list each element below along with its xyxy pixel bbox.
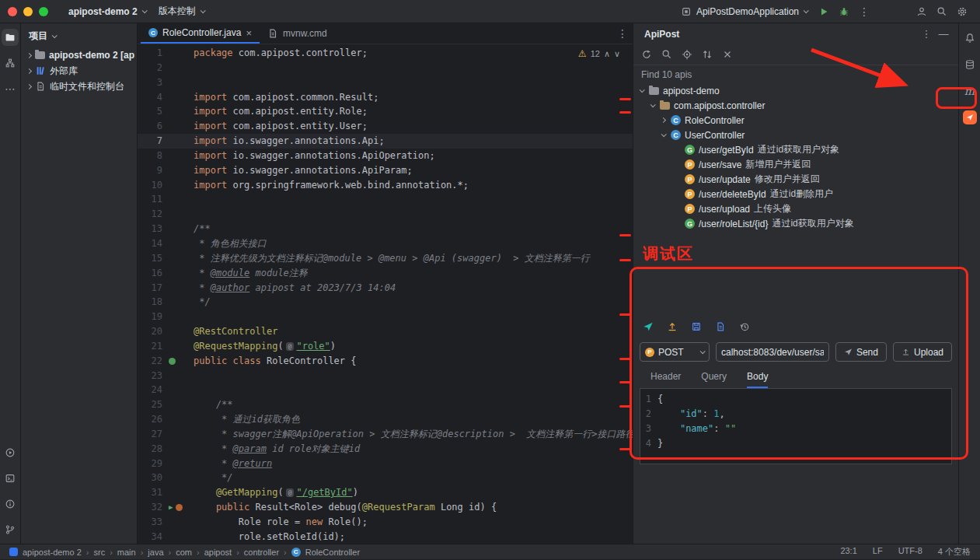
panel-options-icon[interactable]: ⋮ xyxy=(918,28,935,40)
code-line-13[interactable]: 13/** xyxy=(138,222,633,236)
code-line-22[interactable]: 22public class RoleController { xyxy=(138,354,633,369)
code-line-30[interactable]: 30 */ xyxy=(138,471,633,485)
code-line-4[interactable]: 4import com.apipost.common.Result; xyxy=(138,90,633,105)
api-tree-item[interactable]: CRoleController xyxy=(633,113,958,128)
structure-toolwindow-button[interactable] xyxy=(2,54,19,72)
debug-button[interactable] xyxy=(834,2,854,21)
code-line-14[interactable]: 14 * 角色相关接口 xyxy=(138,236,633,251)
api-tree-item[interactable]: P/user/update修改用户并返回 xyxy=(633,172,958,187)
indent-setting[interactable]: 4 个空格 xyxy=(938,546,971,558)
code-line-7[interactable]: 7import io.swagger.annotations.Api; xyxy=(138,134,633,149)
apipost-toolwindow-button[interactable] xyxy=(961,109,978,126)
code-line-6[interactable]: 6import com.apipost.entity.User; xyxy=(138,119,633,134)
class-marker-icon[interactable] xyxy=(169,358,176,365)
breadcrumb-item[interactable]: src xyxy=(94,548,106,557)
locate-icon[interactable] xyxy=(682,49,692,60)
breadcrumb-item[interactable]: java xyxy=(148,548,163,557)
api-tree-item[interactable]: G/user/getById通过id获取用户对象 xyxy=(633,142,958,157)
notifications-button[interactable] xyxy=(961,30,978,47)
expand-collapse-icon[interactable] xyxy=(702,49,713,60)
code-line-16[interactable]: 16 * @module module注释 xyxy=(138,266,633,281)
tab-header[interactable]: Header xyxy=(650,371,681,388)
code-line-23[interactable]: 23 xyxy=(138,369,633,383)
problems-toolwindow-button[interactable] xyxy=(2,495,19,513)
history-icon[interactable] xyxy=(739,321,750,332)
search-everywhere-button[interactable] xyxy=(932,2,952,21)
caret-position[interactable]: 23:1 xyxy=(840,546,856,558)
code-line-21[interactable]: 21@RequestMapping(@"role") xyxy=(138,339,633,354)
search-icon[interactable] xyxy=(661,49,672,60)
line-separator[interactable]: LF xyxy=(873,546,883,558)
code-line-10[interactable]: 10import org.springframework.web.bind.an… xyxy=(138,178,633,193)
code-line-32[interactable]: 32▶ public Result<Role> debug(@RequestPa… xyxy=(138,500,633,515)
project-toolwindow-button[interactable] xyxy=(2,29,19,46)
terminal-toolwindow-button[interactable] xyxy=(2,470,19,487)
code-line-33[interactable]: 33 Role role = new Role(); xyxy=(138,515,633,530)
url-input[interactable] xyxy=(716,342,829,362)
chevron-down-icon[interactable] xyxy=(650,102,656,107)
code-line-5[interactable]: 5import com.apipost.entity.Role; xyxy=(138,104,633,119)
code-line-9[interactable]: 9import io.swagger.annotations.ApiParam; xyxy=(138,163,633,178)
body-line-3[interactable]: 3 "name": "" xyxy=(640,422,951,436)
api-tree-item[interactable]: com.apipost.controller xyxy=(633,98,958,113)
code-line-1[interactable]: 1package com.apipost.controller; xyxy=(138,46,633,61)
save-icon[interactable] xyxy=(691,321,702,332)
upload-icon[interactable] xyxy=(667,321,678,332)
settings-button[interactable] xyxy=(952,2,972,21)
doc-icon[interactable] xyxy=(715,321,726,332)
code-line-24[interactable]: 24 xyxy=(138,383,633,397)
minimize-window-button[interactable] xyxy=(23,7,33,16)
editor-tab-rolecontroller[interactable]: C RoleController.java × xyxy=(141,23,260,44)
database-toolwindow-button[interactable] xyxy=(961,56,978,73)
run-method-icon[interactable]: ▶ xyxy=(169,500,173,515)
api-marker-icon[interactable] xyxy=(176,504,183,511)
api-tree-item[interactable]: P/user/deleteById通过id删除用户 xyxy=(633,187,958,201)
body-line-2[interactable]: 2 "id": 1, xyxy=(640,407,951,422)
code-line-28[interactable]: 28 * @param id role对象主键id xyxy=(138,442,633,457)
upload-button[interactable]: Upload xyxy=(893,342,952,362)
code-line-29[interactable]: 29 * @return xyxy=(138,457,633,471)
code-line-26[interactable]: 26 * 通过id获取角色 xyxy=(138,412,633,427)
send-plane-icon[interactable] xyxy=(643,321,654,332)
api-tree-item[interactable]: P/user/save新增用户并返回 xyxy=(633,157,958,172)
chevron-down-icon[interactable] xyxy=(640,87,645,93)
code-line-12[interactable]: 12 xyxy=(138,207,633,222)
refresh-icon[interactable] xyxy=(641,49,652,60)
body-line-1[interactable]: 1{ xyxy=(640,392,951,407)
code-line-18[interactable]: 18 */ xyxy=(138,295,633,310)
hide-panel-icon[interactable]: — xyxy=(935,28,952,40)
git-toolwindow-button[interactable] xyxy=(2,521,19,538)
code-line-3[interactable]: 3 xyxy=(138,75,633,90)
code-line-2[interactable]: 2 xyxy=(138,61,633,75)
api-tree-item[interactable]: P/user/upload上传头像 xyxy=(633,201,958,216)
code-line-11[interactable]: 11 xyxy=(138,192,633,207)
code-line-34[interactable]: 34 role.setRoleId(id); xyxy=(138,530,633,544)
body-editor[interactable]: 1{2 "id": 1,3 "name": ""4} xyxy=(640,388,952,464)
send-button[interactable]: Send xyxy=(835,342,887,362)
code-line-8[interactable]: 8import io.swagger.annotations.ApiOperat… xyxy=(138,149,633,163)
code-line-17[interactable]: 17 * @author apipost at 2023/7/3 14:04 xyxy=(138,281,633,296)
code-line-25[interactable]: 25 /** xyxy=(138,397,633,412)
breadcrumb-item[interactable]: apipost-demo 2 xyxy=(23,548,82,557)
breadcrumb-item[interactable]: controller xyxy=(244,548,279,557)
close-window-button[interactable] xyxy=(8,7,17,16)
file-encoding[interactable]: UTF-8 xyxy=(898,546,922,558)
run-config-selector[interactable]: ApiPostDemoApplication xyxy=(675,4,814,19)
run-toolwindow-button[interactable] xyxy=(2,444,19,461)
code-editor[interactable]: 1package com.apipost.controller;234impor… xyxy=(138,44,633,544)
chevron-right-icon[interactable] xyxy=(26,68,32,73)
chevron-down-icon[interactable] xyxy=(661,131,667,137)
code-line-31[interactable]: 31 @GetMapping(@"/getById") xyxy=(138,485,633,500)
project-tree-external-libraries[interactable]: 外部库 xyxy=(21,63,137,79)
chevron-right-icon[interactable] xyxy=(661,117,666,123)
breadcrumb-item[interactable]: com xyxy=(176,548,192,557)
next-problem-icon[interactable]: ∨ xyxy=(614,49,620,59)
api-tree-item[interactable]: apipost-demo xyxy=(633,83,958,98)
breadcrumb-item[interactable]: main xyxy=(117,548,136,557)
breadcrumb-item[interactable]: RoleController xyxy=(305,548,360,557)
breadcrumb-item[interactable]: apipost xyxy=(204,548,232,557)
zoom-window-button[interactable] xyxy=(39,7,48,16)
close-tab-icon[interactable]: × xyxy=(246,27,252,39)
tab-body[interactable]: Body xyxy=(747,371,768,388)
inspections-widget[interactable]: ⚠ 12 ∧ ∨ xyxy=(578,48,620,59)
